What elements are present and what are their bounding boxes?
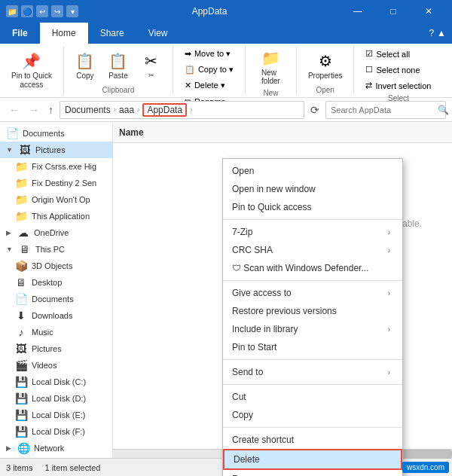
ctx-cut[interactable]: Cut: [223, 388, 402, 406]
breadcrumb-item-aaa[interactable]: aaa: [119, 105, 134, 115]
clipboard-content: 📋 Copy 📋 Paste ✂ ✂: [70, 47, 166, 84]
ctx-separator-5: [223, 427, 402, 428]
refresh-button[interactable]: ⟳: [307, 102, 322, 117]
ctx-7zip[interactable]: 7-Zip ›: [223, 223, 402, 241]
main-area: 📄 Documents ▼ 🖼 Pictures 📁 Fix Csrss.exe…: [0, 122, 452, 458]
tab-file[interactable]: File: [0, 23, 40, 44]
ctx-separator-3: [223, 359, 402, 360]
search-box[interactable]: 🔍: [325, 101, 446, 119]
search-input[interactable]: [331, 105, 435, 114]
minimize-button[interactable]: —: [341, 0, 375, 23]
down-arrow-icon[interactable]: ▾: [66, 5, 78, 17]
pin-icon: 📌: [22, 52, 41, 70]
thispc-expand: ▼: [6, 246, 13, 253]
maximize-button[interactable]: □: [376, 0, 411, 23]
sidebar-item-music[interactable]: ♪ Music: [0, 324, 112, 340]
sidebar-item-fix-csrss[interactable]: 📁 Fix Csrss.exe Hig: [0, 158, 112, 175]
folder-icon-2: 📁: [15, 160, 27, 172]
copy-to-button[interactable]: 📋 Copy to ▾: [179, 63, 239, 77]
sidebar-item-pictures2[interactable]: 🖼 Pictures: [0, 340, 112, 357]
sidebar-item-thispc[interactable]: ▼ 🖥 This PC: [0, 241, 112, 258]
tab-share[interactable]: Share: [88, 23, 136, 44]
search-icon: 🔍: [438, 105, 449, 115]
copy-button[interactable]: 📋 Copy: [70, 50, 100, 82]
back-button[interactable]: ←: [6, 102, 23, 117]
sidebar-item-onedrive[interactable]: ▶ ☁ OneDrive: [0, 224, 112, 241]
sidebar-item-fix-destiny[interactable]: 📁 Fix Destiny 2 Sen: [0, 175, 112, 191]
ctx-library-arrow: ›: [388, 325, 390, 334]
expand-ribbon-icon[interactable]: ▲: [437, 28, 446, 38]
sidebar-item-desktop[interactable]: 🖥 Desktop: [0, 274, 112, 291]
content-body: Open Open in new window Pin to Quick acc…: [113, 143, 452, 449]
sidebar-item-local-e[interactable]: 💾 Local Disk (E:): [0, 407, 112, 423]
breadcrumb-item-appdata[interactable]: AppData: [142, 103, 187, 117]
delete-button[interactable]: ✕ Delete ▾: [179, 78, 239, 93]
sidebar-item-local-d[interactable]: 💾 Local Disk (D:): [0, 390, 112, 407]
sidebar-item-local-c[interactable]: 💾 Local Disk (C:): [0, 374, 112, 390]
organize-group: ➡ Move to ▾ 📋 Copy to ▾ ✕ Delete ▾ ✏ Ren…: [179, 47, 246, 94]
select-group: ☑ Select all ☐ Select none ⇄ Invert sele…: [360, 47, 442, 94]
sidebar-item-local-f[interactable]: 💾 Local Disk (F:): [0, 423, 112, 440]
ctx-delete[interactable]: Delete: [223, 449, 402, 470]
ctx-copy[interactable]: Copy: [223, 406, 402, 424]
sidebar-item-documents[interactable]: 📄 Documents: [0, 125, 112, 142]
ctx-separator-1: [223, 219, 402, 220]
onedrive-icon: ☁: [17, 227, 29, 239]
ctx-7zip-arrow: ›: [388, 228, 390, 236]
up-button[interactable]: ↑: [45, 102, 56, 117]
close-button[interactable]: ✕: [411, 0, 446, 23]
disk-c-icon: 💾: [15, 376, 27, 388]
breadcrumb-item-docs[interactable]: Documents: [65, 105, 111, 115]
undo-icon[interactable]: ↩: [36, 5, 48, 17]
tab-view[interactable]: View: [136, 23, 180, 44]
copy-to-icon: 📋: [185, 65, 195, 75]
expand-icon: ▼: [6, 146, 13, 154]
folder-icon-5: 📁: [15, 210, 27, 222]
properties-button[interactable]: ⚙ Properties: [303, 50, 348, 82]
ctx-restore-versions[interactable]: Restore previous versions: [223, 302, 402, 320]
select-none-button[interactable]: ☐ Select none: [360, 63, 436, 77]
invert-icon: ⇄: [365, 81, 372, 90]
sidebar-item-3dobjects[interactable]: 📦 3D Objects: [0, 258, 112, 274]
sidebar-item-this-application[interactable]: 📁 This Application: [0, 208, 112, 224]
cut-button[interactable]: ✂ ✂: [136, 50, 166, 81]
name-col-header: Name: [119, 127, 144, 138]
tab-home[interactable]: Home: [40, 23, 88, 44]
ctx-create-shortcut[interactable]: Create shortcut: [223, 431, 402, 449]
copy-icon: 📋: [75, 52, 94, 70]
breadcrumb[interactable]: Documents › aaa › AppData ›: [60, 101, 304, 119]
ribbon-tabs: File Home Share View ? ▲: [0, 23, 452, 44]
paste-button[interactable]: 📋 Paste: [103, 50, 133, 82]
sidebar-item-downloads[interactable]: ⬇ Downloads: [0, 307, 112, 324]
desktop-icon: 🖥: [15, 276, 27, 288]
ctx-rename[interactable]: Rename: [223, 470, 402, 476]
ctx-pin-quick[interactable]: Pin to Quick access: [223, 198, 402, 216]
help-icon[interactable]: ?: [429, 28, 434, 38]
ctx-open-new-window[interactable]: Open in new window: [223, 180, 402, 198]
new-folder-button[interactable]: 📁 Newfolder: [255, 47, 286, 87]
forward-button[interactable]: →: [26, 102, 42, 117]
sidebar-item-origin[interactable]: 📁 Origin Won't Op: [0, 191, 112, 208]
ctx-pin-start[interactable]: Pin to Start: [223, 338, 402, 356]
move-to-button[interactable]: ➡ Move to ▾: [179, 47, 239, 61]
organize-col: ➡ Move to ▾ 📋 Copy to ▾ ✕ Delete ▾ ✏ Ren…: [179, 47, 239, 108]
pin-quick-button[interactable]: 📌 Pin to Quickaccess: [6, 50, 57, 92]
ctx-send-to[interactable]: Send to ›: [223, 363, 402, 381]
ctx-crc-sha[interactable]: CRC SHA ›: [223, 241, 402, 259]
invert-selection-button[interactable]: ⇄ Invert selection: [360, 78, 436, 93]
sidebar-item-documents2[interactable]: 📄 Documents: [0, 291, 112, 307]
ctx-give-access[interactable]: Give access to ›: [223, 284, 402, 302]
sidebar-item-videos[interactable]: 🎬 Videos: [0, 357, 112, 374]
redo-icon[interactable]: ↪: [51, 5, 63, 17]
sidebar-item-pictures[interactable]: ▼ 🖼 Pictures: [0, 142, 112, 158]
ctx-scan-defender[interactable]: 🛡 Scan with Windows Defender...: [223, 259, 402, 277]
sidebar-item-network[interactable]: ▶ 🌐 Network: [0, 440, 112, 456]
pictures-icon: 🖼: [19, 144, 31, 156]
select-all-button[interactable]: ☑ Select all: [360, 47, 436, 61]
select-none-icon: ☐: [365, 65, 373, 75]
open-label: Open: [316, 86, 334, 94]
title-bar-icons: 📁 🔵 ↩ ↪ ▾: [6, 5, 78, 17]
ctx-open[interactable]: Open: [223, 162, 402, 180]
quick-access-icon: 🔵: [21, 5, 33, 17]
ctx-include-library[interactable]: Include in library ›: [223, 320, 402, 338]
